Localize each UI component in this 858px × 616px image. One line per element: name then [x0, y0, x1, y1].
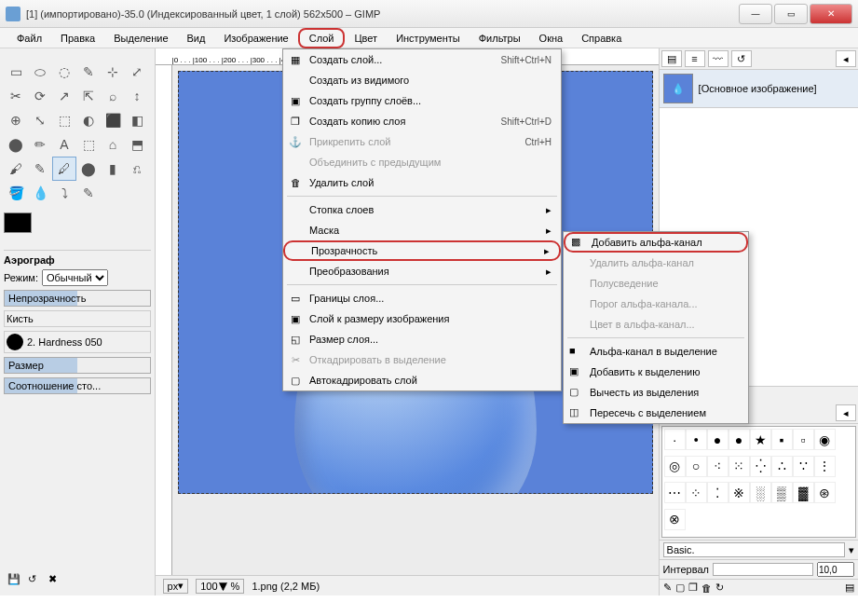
menuitem[interactable]: ▢Автокадрировать слой — [283, 370, 561, 390]
brush-item[interactable]: ▓ — [793, 482, 814, 503]
menu-файл[interactable]: Файл — [7, 30, 51, 47]
menuitem[interactable]: ▣Слой к размеру изображения — [283, 308, 561, 329]
tool-29[interactable]: ⎌ — [125, 157, 149, 181]
tool-4[interactable]: ⊹ — [101, 60, 125, 84]
tool-6[interactable]: ✂ — [4, 84, 28, 108]
brush-item[interactable]: ★ — [750, 429, 771, 450]
tool-26[interactable]: 🖊 — [52, 157, 76, 181]
tool-3[interactable]: ✎ — [76, 60, 101, 84]
save-preset-icon[interactable]: 💾 — [7, 573, 22, 588]
menuitem[interactable]: ❐Создать копию слояShift+Ctrl+D — [283, 111, 561, 131]
tool-1[interactable]: ⬭ — [28, 60, 52, 84]
ratio-slider[interactable]: Соотношение сто... — [4, 377, 151, 394]
menuitem[interactable]: ▭Границы слоя... — [283, 288, 561, 308]
menuitem[interactable]: Прозрачность▸ — [283, 240, 561, 261]
tool-2[interactable]: ◌ — [52, 60, 76, 84]
brush-item[interactable]: ※ — [729, 482, 750, 503]
brush-item[interactable]: ⁚ — [707, 482, 729, 503]
tool-27[interactable]: ⬤ — [76, 157, 101, 181]
brush-item[interactable]: ◉ — [814, 429, 836, 450]
brush-item[interactable]: ▒ — [771, 482, 793, 503]
size-slider[interactable]: Размер — [4, 357, 151, 374]
menuitem[interactable]: ◱Размер слоя... — [283, 329, 561, 349]
color-swatch[interactable] — [4, 212, 41, 240]
brush-item[interactable]: • — [686, 429, 707, 450]
close-button[interactable] — [810, 4, 852, 24]
refresh-brush-icon[interactable]: ↻ — [715, 582, 724, 594]
brush-item[interactable]: ∵ — [793, 456, 814, 477]
brush-item[interactable]: ⊗ — [664, 509, 686, 530]
brush-item[interactable]: ● — [707, 429, 729, 450]
preset-name[interactable]: Basic. — [663, 542, 845, 557]
tool-5[interactable]: ⤢ — [125, 60, 149, 84]
brush-item[interactable]: ▪ — [771, 429, 793, 450]
tool-31[interactable]: 💧 — [28, 181, 52, 205]
menuitem[interactable]: Маска▸ — [283, 220, 561, 240]
layer-row[interactable]: 💧 [Основное изображение] — [660, 70, 858, 108]
tool-30[interactable]: 🪣 — [4, 181, 28, 205]
menu-цвет[interactable]: Цвет — [345, 30, 387, 47]
tool-19[interactable]: ✏ — [28, 132, 52, 157]
menuitem[interactable]: ▦Создать слой...Shift+Ctrl+N — [283, 49, 561, 70]
menu-изображение[interactable]: Изображение — [214, 30, 297, 47]
interval-value[interactable] — [817, 562, 854, 577]
menu-окна[interactable]: Окна — [530, 30, 573, 47]
brush-grid[interactable]: ·•●●★▪▫◉◎○⁖⁙⁛∴∵⋮⋯⁘⁚※░▒▓⊛⊗ — [661, 426, 856, 538]
tab-menu2-icon[interactable]: ◂ — [836, 404, 856, 421]
tool-13[interactable]: ⤡ — [28, 108, 52, 132]
tool-8[interactable]: ↗ — [52, 84, 76, 108]
tool-24[interactable]: 🖌 — [4, 157, 28, 181]
brush-item[interactable]: ◎ — [664, 456, 686, 477]
brush-item[interactable]: ⊛ — [814, 482, 836, 503]
zoom-select[interactable]: 100⯆ % — [196, 579, 244, 594]
submenuitem[interactable]: ▩Добавить альфа-канал — [564, 232, 748, 253]
tool-16[interactable]: ⬛ — [101, 108, 125, 132]
tool-14[interactable]: ⬚ — [52, 108, 76, 132]
tool-21[interactable]: ⬚ — [76, 132, 101, 157]
tool-18[interactable]: ⬤ — [4, 132, 28, 157]
tool-25[interactable]: ✎ — [28, 157, 52, 181]
menuitem[interactable]: Преобразования▸ — [283, 261, 561, 281]
submenuitem[interactable]: ■Альфа-канал в выделение — [564, 341, 748, 362]
menuitem[interactable]: ▣Создать группу слоёв... — [283, 90, 561, 111]
menuitem[interactable]: Стопка слоев▸ — [283, 199, 561, 220]
paths-tab-icon[interactable]: 〰 — [708, 50, 729, 67]
menu-вид[interactable]: Вид — [178, 30, 215, 47]
tool-0[interactable]: ▭ — [4, 60, 28, 84]
menu-фильтры[interactable]: Фильтры — [470, 30, 530, 47]
menu-выделение[interactable]: Выделение — [104, 30, 177, 47]
layers-tab-icon[interactable]: ▤ — [661, 50, 682, 67]
tool-11[interactable]: ↕ — [125, 84, 149, 108]
brush-item[interactable]: ▫ — [793, 429, 814, 450]
unit-select[interactable]: px ▾ — [163, 579, 189, 594]
menuitem[interactable]: 🗑Удалить слой — [283, 172, 561, 193]
tool-15[interactable]: ◐ — [76, 108, 101, 132]
tool-7[interactable]: ⟳ — [28, 84, 52, 108]
tool-20[interactable]: A — [52, 132, 76, 157]
tool-22[interactable]: ⌂ — [101, 132, 125, 157]
tab-menu-icon[interactable]: ◂ — [836, 50, 856, 67]
tool-28[interactable]: ▮ — [101, 157, 125, 181]
del-brush-icon[interactable]: 🗑 — [701, 582, 712, 594]
menuitem[interactable]: Создать из видимого — [283, 70, 561, 90]
brush-item[interactable]: ⋯ — [664, 482, 686, 503]
tool-17[interactable]: ◧ — [125, 108, 149, 132]
brush-item[interactable]: ⁖ — [707, 456, 729, 477]
new-brush-icon[interactable]: ▢ — [675, 582, 685, 594]
submenuitem[interactable]: ▣Добавить к выделению — [564, 362, 748, 382]
tool-12[interactable]: ⊕ — [4, 108, 28, 132]
brush-item[interactable]: ● — [729, 429, 750, 450]
submenuitem[interactable]: ▢Вычесть из выделения — [564, 382, 748, 403]
mode-select[interactable]: Обычный — [42, 269, 108, 286]
menu-справка[interactable]: Справка — [572, 30, 631, 47]
menu-правка[interactable]: Правка — [51, 30, 104, 47]
brush-item[interactable]: ░ — [750, 482, 771, 503]
minimize-button[interactable] — [739, 4, 772, 24]
tool-32[interactable]: ⤵ — [52, 181, 76, 205]
undo-tab-icon[interactable]: ↺ — [731, 50, 752, 67]
brush-item[interactable]: ○ — [686, 456, 707, 477]
open-brush-icon[interactable]: ▤ — [845, 582, 854, 594]
tool-10[interactable]: ⌕ — [101, 84, 125, 108]
brush-item[interactable]: ∴ — [771, 456, 793, 477]
reset-icon[interactable]: ↺ — [28, 573, 43, 588]
